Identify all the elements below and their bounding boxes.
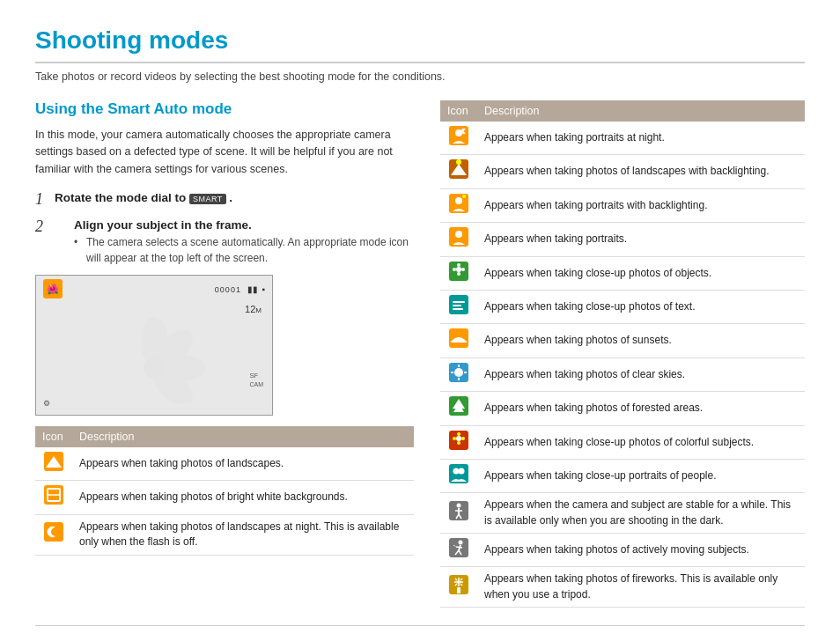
right-desc-cell: Appears when taking close-up photos of o…: [477, 256, 805, 290]
svg-rect-28: [453, 301, 465, 303]
left-column: Using the Smart Auto mode In this mode, …: [35, 100, 414, 608]
camera-tripod-icon: ⚙: [43, 399, 50, 408]
right-table-row: Appears when taking close-up photos of o…: [440, 256, 805, 290]
svg-point-44: [457, 432, 461, 436]
right-table-header-icon: Icon: [440, 100, 477, 122]
svg-rect-30: [453, 308, 463, 310]
right-desc-cell: Appears when taking photos of landscapes…: [477, 155, 805, 188]
right-table-row: Appears when taking photos of actively m…: [440, 534, 805, 567]
svg-point-50: [459, 468, 465, 474]
step-1-text: Rotate the mode dial to: [55, 191, 186, 204]
svg-point-52: [457, 503, 461, 507]
left-icon-cell: [35, 481, 72, 514]
right-icon-cell: [440, 392, 477, 425]
camera-viewfinder: 🌺 00001 ▮▮ ▪ 12M ⚙: [35, 275, 273, 416]
step-1-number: 1: [35, 190, 55, 209]
camera-battery: ▮▮: [247, 284, 258, 294]
right-icon-cell: [440, 155, 477, 188]
right-table-row: Appears when taking photos of forested a…: [440, 392, 805, 425]
right-desc-cell: Appears when taking close-up photos of t…: [477, 290, 805, 323]
right-icon-cell: [440, 493, 477, 534]
right-table-row: Appears when taking photos of clear skie…: [440, 358, 805, 391]
svg-point-46: [453, 437, 456, 440]
step-1-period: .: [229, 191, 232, 204]
svg-point-18: [462, 195, 466, 198]
page-subtitle: Take photos or record videos by selectin…: [35, 70, 805, 83]
camera-size-info: SFCAM: [249, 371, 263, 388]
right-desc-cell: Appears when taking portraits with backl…: [477, 188, 805, 222]
svg-point-25: [453, 268, 456, 271]
left-table-header-desc: Description: [72, 426, 414, 447]
footer: Extended functions 29: [35, 625, 805, 634]
svg-point-65: [457, 580, 461, 584]
svg-point-58: [459, 541, 463, 545]
svg-point-17: [455, 197, 462, 204]
right-icon-table: Icon Description Appears when taking por…: [440, 100, 805, 608]
left-desc-cell: Appears when taking photos of landscapes…: [72, 447, 414, 481]
right-icon-cell: [440, 534, 477, 567]
svg-point-26: [461, 268, 465, 271]
camera-mode-icon: 🌺: [43, 279, 63, 299]
right-icon-cell: [440, 425, 477, 459]
right-desc-cell: Appears when taking portraits at night.: [477, 122, 805, 155]
svg-point-15: [456, 159, 461, 165]
right-desc-cell: Appears when taking close-up portraits o…: [477, 459, 805, 492]
camera-flower-decoration: [101, 315, 207, 406]
camera-bottom-info: ⚙: [43, 399, 50, 408]
right-column: Icon Description Appears when taking por…: [440, 100, 805, 608]
right-table-row: Appears when taking close-up portraits o…: [440, 459, 805, 492]
section-description: In this mode, your camera automatically …: [35, 127, 414, 178]
camera-top-bar: 🌺 00001 ▮▮ ▪: [36, 276, 272, 302]
step-2-text: Align your subject in the frame.: [74, 217, 414, 234]
svg-rect-32: [451, 341, 467, 343]
svg-rect-74: [457, 587, 461, 593]
svg-rect-29: [453, 305, 461, 306]
right-icon-cell: [440, 567, 477, 608]
svg-point-22: [456, 267, 461, 272]
right-icon-cell: [440, 358, 477, 391]
right-table-row: Appears when the camera and subject are …: [440, 493, 805, 534]
svg-point-47: [461, 437, 465, 440]
step-2: 2 Align your subject in the frame. The c…: [35, 217, 414, 266]
right-desc-cell: Appears when taking close-up photos of c…: [477, 425, 805, 459]
right-desc-cell: Appears when taking photos of actively m…: [477, 534, 805, 567]
svg-point-12: [455, 129, 462, 136]
left-table-row: Appears when taking photos of bright whi…: [35, 481, 414, 514]
left-icon-cell: [35, 447, 72, 481]
right-table-row: Appears when taking close-up photos of c…: [440, 425, 805, 459]
svg-point-49: [453, 468, 460, 474]
svg-rect-10: [44, 522, 63, 542]
camera-resolution: 12M: [245, 304, 262, 314]
right-icon-cell: [440, 290, 477, 323]
svg-point-4: [144, 358, 165, 379]
right-icon-cell: [440, 122, 477, 155]
camera-card: ▪: [262, 284, 265, 294]
svg-point-43: [456, 436, 461, 441]
right-desc-cell: Appears when taking portraits.: [477, 223, 805, 256]
page-title: Shooting modes: [35, 26, 805, 63]
step-1: 1 Rotate the mode dial to SMART .: [35, 190, 414, 209]
left-icon-cell: [35, 514, 72, 555]
step-2-number: 2: [35, 217, 55, 236]
right-table-header-desc: Description: [477, 100, 805, 122]
right-icon-cell: [440, 223, 477, 256]
step-2-bullet: The camera selects a scene automatically…: [74, 234, 414, 266]
smart-badge: SMART: [189, 194, 226, 204]
right-table-row: Appears when taking photos of fireworks.…: [440, 567, 805, 608]
right-desc-cell: Appears when taking photos of sunsets.: [477, 324, 805, 358]
right-icon-cell: [440, 188, 477, 222]
right-table-row: Appears when taking close-up photos of t…: [440, 290, 805, 323]
camera-dots: 00001: [215, 285, 241, 294]
left-icon-table: Icon Description Appears when taking pho…: [35, 426, 414, 556]
right-desc-cell: Appears when taking photos of clear skie…: [477, 358, 805, 391]
right-icon-cell: [440, 459, 477, 492]
left-desc-cell: Appears when taking photos of landscapes…: [72, 514, 414, 555]
svg-line-60: [456, 547, 462, 548]
svg-point-20: [455, 231, 462, 238]
svg-point-24: [457, 272, 461, 276]
right-table-row: Appears when taking portraits.: [440, 223, 805, 256]
left-table-row: Appears when taking photos of landscapes…: [35, 514, 414, 555]
svg-point-34: [454, 368, 463, 377]
right-desc-cell: Appears when taking photos of fireworks.…: [477, 567, 805, 608]
right-icon-cell: [440, 324, 477, 358]
